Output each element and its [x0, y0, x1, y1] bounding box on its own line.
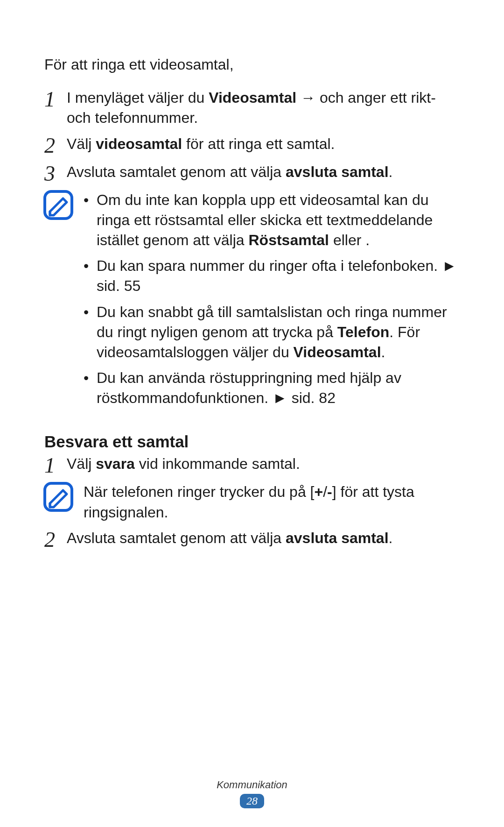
- text: Välj: [67, 455, 96, 472]
- page-number-badge: 28: [240, 794, 264, 808]
- text: När telefonen ringer trycker du på [: [84, 483, 314, 500]
- bold-text: -: [327, 483, 332, 500]
- step-body: Välj svara vid inkommande samtal.: [67, 454, 460, 474]
- text: Välj: [67, 135, 96, 152]
- note-bullet: Du kan spara nummer du ringer ofta i tel…: [84, 256, 460, 296]
- text: eller .: [329, 232, 370, 248]
- arrow-icon: →: [296, 89, 320, 106]
- bold-text: avsluta samtal: [286, 530, 389, 546]
- bold-text: avsluta samtal: [286, 163, 389, 180]
- footer-section-label: Kommunikation: [0, 779, 504, 791]
- text: .: [381, 344, 385, 360]
- note-bullet: Du kan snabbt gå till samtalslistan och …: [84, 302, 460, 363]
- bold-text: Videosamtal: [209, 89, 296, 106]
- text: Avsluta samtalet genom att välja: [67, 163, 286, 180]
- step-number: 2: [44, 528, 67, 551]
- bold-text: videosamtal: [96, 135, 182, 152]
- step-number: 1: [44, 88, 67, 110]
- intro-text: För att ringa ett videosamtal,: [44, 55, 460, 75]
- answer-call-steps: 1 Välj svara vid inkommande samtal.: [44, 454, 460, 476]
- text: Avsluta samtalet genom att välja: [67, 530, 286, 546]
- note-body: Om du inte kan koppla upp ett videosamta…: [84, 190, 460, 414]
- step-body: Avsluta samtalet genom att välja avsluta…: [67, 528, 460, 548]
- bold-text: +: [314, 483, 323, 500]
- note-block: Om du inte kan koppla upp ett videosamta…: [44, 190, 460, 414]
- step-body: Välj videosamtal för att ringa ett samta…: [67, 134, 460, 154]
- text: /: [323, 483, 327, 500]
- answer-call-steps-cont: 2 Avsluta samtalet genom att välja avslu…: [44, 528, 460, 551]
- note-body: När telefonen ringer trycker du på [+/-]…: [84, 482, 460, 522]
- bold-text: Röstsamtal: [249, 232, 329, 248]
- note-bullet: Om du inte kan koppla upp ett videosamta…: [84, 190, 460, 251]
- text: I menyläget väljer du: [67, 89, 209, 106]
- step-body: Avsluta samtalet genom att välja avsluta…: [67, 162, 460, 182]
- text: .: [389, 163, 393, 180]
- step-2: 2 Välj videosamtal för att ringa ett sam…: [44, 134, 460, 156]
- subheading: Besvara ett samtal: [44, 432, 460, 451]
- note-bullet: Du kan använda röstuppringning med hjälp…: [84, 368, 460, 408]
- document-page: För att ringa ett videosamtal, 1 I menyl…: [0, 0, 504, 827]
- bold-text: Telefon: [337, 324, 389, 340]
- step-1: 1 I menyläget väljer du Videosamtal → oc…: [44, 88, 460, 128]
- page-footer: Kommunikation 28: [0, 779, 504, 808]
- note-icon: [43, 190, 73, 220]
- step-number: 3: [44, 162, 67, 184]
- step-2: 2 Avsluta samtalet genom att välja avslu…: [44, 528, 460, 551]
- text: vid inkommande samtal.: [135, 455, 300, 472]
- step-1: 1 Välj svara vid inkommande samtal.: [44, 454, 460, 476]
- note-block: När telefonen ringer trycker du på [+/-]…: [44, 482, 460, 522]
- step-number: 2: [44, 134, 67, 156]
- bold-text: Videosamtal: [294, 344, 381, 360]
- text: för att ringa ett samtal.: [182, 135, 335, 152]
- note-icon: [43, 482, 73, 512]
- step-body: I menyläget väljer du Videosamtal → och …: [67, 88, 460, 128]
- text: .: [389, 530, 393, 546]
- video-call-steps: 1 I menyläget väljer du Videosamtal → oc…: [44, 88, 460, 184]
- step-3: 3 Avsluta samtalet genom att välja avslu…: [44, 162, 460, 184]
- step-number: 1: [44, 454, 67, 476]
- bold-text: svara: [96, 455, 135, 472]
